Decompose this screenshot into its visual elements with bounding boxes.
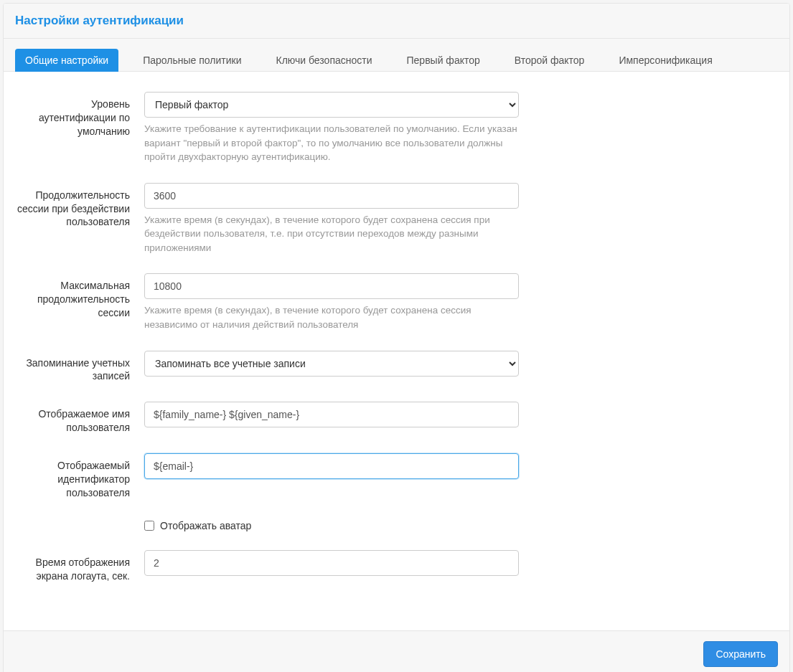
row-display-name: Отображаемое имя пользователя [15, 402, 520, 435]
row-logout-time: Время отображения экрана логаута, сек. [15, 550, 520, 583]
tabs-bar: Общие настройки Парольные политики Ключи… [4, 39, 789, 72]
tab-security-keys[interactable]: Ключи безопасности [266, 49, 382, 72]
tab-password-policies[interactable]: Парольные политики [133, 49, 251, 72]
tab-first-factor[interactable]: Первый фактор [397, 49, 490, 72]
label-display-id: Отображаемый идентификатор пользователя [15, 453, 144, 500]
row-display-id: Отображаемый идентификатор пользователя [15, 453, 520, 500]
label-remember-accounts: Запоминание учетных записей [15, 351, 144, 384]
input-logout-time[interactable] [144, 550, 519, 576]
input-display-id[interactable] [144, 453, 519, 479]
input-max-session[interactable] [144, 273, 519, 299]
select-auth-level[interactable]: Первый фактор [144, 92, 519, 118]
tab-impersonation[interactable]: Имперсонификация [609, 49, 722, 72]
panel-header: Настройки аутентификации [4, 4, 789, 39]
checkbox-show-avatar[interactable] [144, 521, 154, 531]
help-idle-session: Укажите время (в секундах), в течение ко… [144, 213, 519, 255]
tab-second-factor[interactable]: Второй фактор [505, 49, 595, 72]
label-auth-level: Уровень аутентификации по умолчанию [15, 92, 144, 164]
row-remember-accounts: Запоминание учетных записей Запоминать в… [15, 351, 520, 384]
save-button[interactable]: Сохранить [703, 641, 778, 667]
help-max-session: Укажите время (в секундах), в течение ко… [144, 303, 519, 331]
input-display-name[interactable] [144, 402, 519, 427]
form-body: Уровень аутентификации по умолчанию Перв… [4, 72, 531, 630]
panel-title: Настройки аутентификации [15, 14, 778, 28]
row-show-avatar: Отображать аватар [15, 519, 520, 531]
label-display-name: Отображаемое имя пользователя [15, 402, 144, 435]
row-max-session: Максимальная продолжительность сессии Ук… [15, 273, 520, 331]
label-idle-session: Продолжительность сессии при бездействии… [15, 183, 144, 255]
panel-footer: Сохранить [4, 630, 789, 672]
auth-settings-panel: Настройки аутентификации Общие настройки… [3, 3, 790, 672]
label-logout-time: Время отображения экрана логаута, сек. [15, 550, 144, 583]
label-max-session: Максимальная продолжительность сессии [15, 273, 144, 331]
input-idle-session[interactable] [144, 183, 519, 209]
select-remember-accounts[interactable]: Запоминать все учетные записи [144, 351, 519, 377]
row-idle-session: Продолжительность сессии при бездействии… [15, 183, 520, 255]
label-show-avatar[interactable]: Отображать аватар [160, 520, 251, 531]
row-auth-level: Уровень аутентификации по умолчанию Перв… [15, 92, 520, 164]
tab-general[interactable]: Общие настройки [15, 49, 118, 72]
help-auth-level: Укажите требование к аутентификации поль… [144, 122, 519, 164]
